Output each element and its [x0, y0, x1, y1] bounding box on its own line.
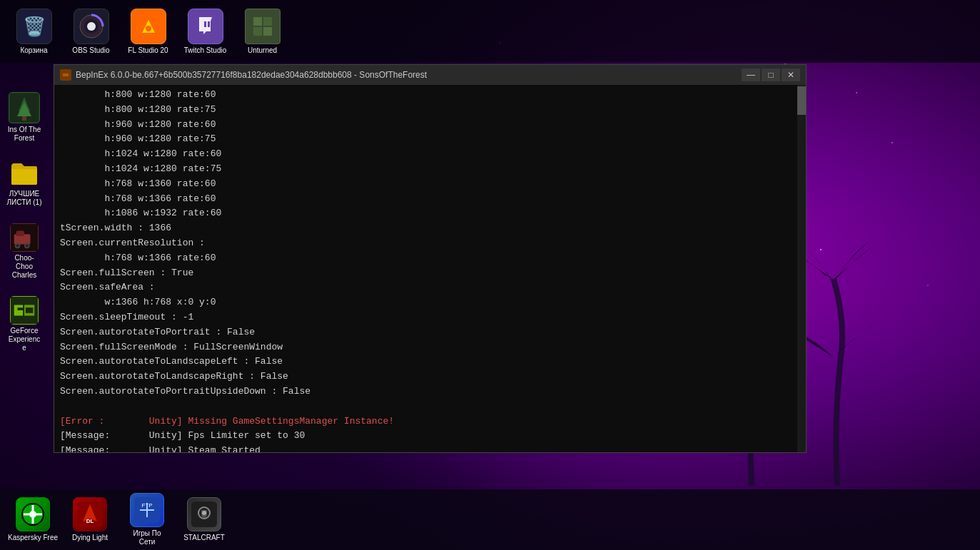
unturned-icon: [245, 9, 281, 44]
minimize-button[interactable]: —: [742, 68, 760, 81]
svg-rect-25: [26, 307, 33, 313]
taskbar-icon-twitch[interactable]: Twitch Studio: [178, 6, 232, 57]
close-button[interactable]: ✕: [782, 68, 800, 81]
trash-icon: 🗑️: [16, 9, 52, 44]
svg-rect-16: [22, 116, 26, 121]
twitch-icon: [188, 9, 223, 44]
bottom-taskbar: Kaspersky Free DL Dying Light FTP Игры П…: [0, 489, 980, 550]
svg-point-22: [16, 245, 19, 248]
console-output[interactable]: h:800 w:1280 rate:60 h:800 w:1280 rate:7…: [54, 85, 797, 452]
unturned-label: Unturned: [248, 46, 277, 54]
taskbar-icon-stalcraft[interactable]: STALCRAFT: [178, 494, 230, 545]
svg-point-23: [26, 245, 29, 248]
desktop-icon-folder[interactable]: ЛУЧШИЕ ЛИСТИ (1): [4, 156, 45, 210]
console-body: h:800 w:1280 rate:60 h:800 w:1280 rate:7…: [54, 85, 806, 452]
svg-rect-6: [204, 21, 206, 27]
svg-rect-11: [253, 27, 262, 36]
scrollbar-thumb[interactable]: [797, 86, 806, 115]
stalcraft-icon: [187, 497, 221, 531]
console-scrollbar[interactable]: [797, 85, 806, 452]
taskbar-icon-dyinglight[interactable]: DL Dying Light: [64, 494, 116, 545]
taskbar-icon-trash[interactable]: 🗑️ Корзина: [7, 6, 61, 57]
svg-rect-9: [253, 17, 262, 26]
folder-label: ЛУЧШИЕ ЛИСТИ (1): [6, 190, 42, 207]
dyinglight-label: Dying Light: [72, 534, 108, 542]
obs-label: OBS Studio: [72, 46, 109, 54]
console-window: BepInEx 6.0.0-be.667+6b500b35727716f8ba1…: [54, 64, 807, 453]
games-icon: FTP: [130, 493, 164, 527]
fl-label: FL Studio 20: [128, 46, 168, 54]
svg-text:DL: DL: [86, 518, 94, 524]
console-title: BepInEx 6.0.0-be.667+6b500b35727716f8ba1…: [76, 70, 742, 80]
taskbar-icon-unturned[interactable]: Unturned: [236, 6, 289, 57]
top-taskbar: 🗑️ Корзина OBS Studio FL Studio 20: [0, 0, 980, 63]
desktop-icon-nvidia[interactable]: GeForce Experience: [4, 293, 45, 355]
svg-rect-19: [16, 231, 24, 237]
taskbar-icon-games[interactable]: FTP Игры ПоСети: [121, 490, 173, 549]
obs-icon: [74, 9, 109, 44]
twitch-label: Twitch Studio: [184, 46, 226, 54]
choo-label: Choo-Choo Charles: [6, 254, 42, 280]
svg-point-4: [146, 26, 151, 31]
sons-label: Ins Of The Forest: [6, 126, 42, 143]
stalcraft-label: STALCRAFT: [183, 534, 225, 542]
taskbar-icon-obs[interactable]: OBS Studio: [64, 6, 118, 57]
desktop-icon-choo[interactable]: Choo-Choo Charles: [4, 220, 45, 282]
games-label: Игры ПоСети: [133, 529, 161, 546]
trash-label: Корзина: [20, 46, 47, 54]
maximize-button[interactable]: □: [762, 68, 780, 81]
fl-icon: [131, 9, 166, 44]
svg-rect-10: [263, 17, 272, 26]
kaspersky-label: Kaspersky Free: [8, 534, 58, 542]
console-controls: — □ ✕: [742, 68, 800, 81]
console-title-icon: [60, 69, 71, 81]
taskbar-icon-fl[interactable]: FL Studio 20: [121, 6, 175, 57]
svg-rect-12: [263, 27, 272, 36]
desktop-icons-panel: Ins Of The Forest ЛУЧШИЕ ЛИСТИ (1) Choo-…: [0, 64, 49, 359]
choo-icon: [10, 223, 39, 252]
folder-icon: [10, 159, 39, 188]
svg-point-36: [202, 511, 206, 515]
svg-point-2: [87, 22, 96, 31]
svg-rect-7: [208, 21, 210, 27]
nvidia-label: GeForce Experience: [6, 327, 42, 352]
svg-point-29: [29, 511, 36, 518]
console-titlebar[interactable]: BepInEx 6.0.0-be.667+6b500b35727716f8ba1…: [54, 65, 806, 85]
kaspersky-icon: [16, 497, 50, 531]
desktop-icon-sons[interactable]: Ins Of The Forest: [4, 89, 45, 146]
nvidia-icon: [10, 296, 39, 325]
dyinglight-icon: DL: [73, 497, 107, 531]
sons-icon: [9, 92, 40, 123]
taskbar-icon-kaspersky[interactable]: Kaspersky Free: [7, 494, 59, 545]
